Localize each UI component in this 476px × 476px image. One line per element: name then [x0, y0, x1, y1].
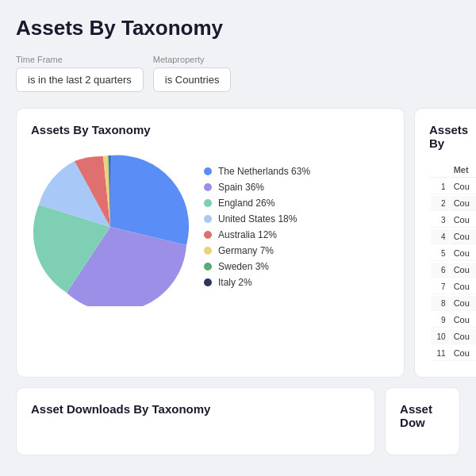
table-row: 5Cou: [431, 246, 476, 261]
row-number: 10: [431, 329, 449, 344]
row-value: Cou: [451, 263, 476, 278]
row-number: 8: [431, 296, 449, 311]
row-value: Cou: [451, 279, 476, 294]
chart-area: The Netherlands 63% Spain 36% England 26…: [31, 148, 390, 306]
table-row: 1Cou: [431, 179, 476, 194]
legend-dot-australia: [204, 231, 212, 239]
downloads-table-title: Asset Dow: [400, 402, 445, 429]
legend-item-germany: Germany 7%: [204, 245, 310, 256]
table-row: 7Cou: [431, 279, 476, 294]
legend-item-netherlands: The Netherlands 63%: [204, 166, 310, 177]
row-value: Cou: [451, 229, 476, 244]
chart-card-title: Assets By Taxonomy: [31, 123, 390, 136]
row-number: 2: [431, 196, 449, 211]
table-row: 11Cou: [431, 346, 476, 361]
filters-bar: Time Frame is in the last 2 quarters Met…: [16, 55, 460, 92]
row-number: 4: [431, 229, 449, 244]
legend-item-sweden: Sweden 3%: [204, 261, 310, 272]
legend-dot-spain: [204, 183, 212, 191]
row-number: 9: [431, 313, 449, 328]
bottom-cards: Asset Downloads By Taxonomy Asset Dow: [16, 387, 460, 455]
taxonomy-chart-card: Assets By Taxonomy: [16, 108, 405, 378]
table-row: 2Cou: [431, 196, 476, 211]
table-row: 4Cou: [431, 229, 476, 244]
row-value: Cou: [451, 179, 476, 194]
taxonomy-table-card: Assets By Met 1Cou2Cou3Cou4Cou5Cou6Cou7C…: [414, 108, 476, 378]
metaproperty-filter-group: Metaproperty is Countries: [153, 55, 232, 92]
legend-dot-sweden: [204, 263, 212, 271]
table-row: 10Cou: [431, 329, 476, 344]
legend-dot-germany: [204, 247, 212, 255]
table-row: 8Cou: [431, 296, 476, 311]
row-value: Cou: [451, 296, 476, 311]
legend-item-italy: Italy 2%: [204, 277, 310, 288]
row-number: 11: [431, 346, 449, 361]
main-content: Assets By Taxonomy: [16, 108, 460, 378]
table-col-met: Met: [451, 163, 476, 178]
row-value: Cou: [451, 329, 476, 344]
legend-item-england: England 26%: [204, 198, 310, 209]
row-value: Cou: [451, 346, 476, 361]
legend-item-spain: Spain 36%: [204, 182, 310, 193]
table-row: 3Cou: [431, 213, 476, 228]
row-value: Cou: [451, 246, 476, 261]
table-row: 9Cou: [431, 313, 476, 328]
legend-dot-italy: [204, 278, 212, 286]
row-value: Cou: [451, 313, 476, 328]
metaproperty-label: Metaproperty: [153, 55, 232, 64]
legend-item-australia: Australia 12%: [204, 229, 310, 240]
table-row: 6Cou: [431, 263, 476, 278]
metaproperty-chip[interactable]: is Countries: [153, 67, 232, 92]
chart-legend: The Netherlands 63% Spain 36% England 26…: [204, 166, 310, 288]
downloads-chart-title: Asset Downloads By Taxonomy: [31, 402, 360, 416]
downloads-table-card: Asset Dow: [385, 387, 460, 455]
legend-dot-netherlands: [204, 167, 212, 175]
legend-item-us: United States 18%: [204, 213, 310, 225]
downloads-chart-card: Asset Downloads By Taxonomy: [16, 387, 375, 455]
legend-dot-us: [204, 215, 212, 223]
row-number: 3: [431, 213, 449, 228]
timeframe-chip[interactable]: is in the last 2 quarters: [16, 67, 144, 92]
timeframe-label: Time Frame: [16, 55, 144, 64]
table-card-title: Assets By: [429, 123, 476, 150]
page-title: Assets By Taxonomy: [16, 16, 460, 40]
pie-chart: [31, 148, 190, 306]
row-value: Cou: [451, 196, 476, 211]
row-number: 1: [431, 179, 449, 194]
table-col-num: [431, 163, 449, 178]
taxonomy-table: Met 1Cou2Cou3Cou4Cou5Cou6Cou7Cou8Cou9Cou…: [429, 161, 476, 363]
row-number: 5: [431, 246, 449, 261]
row-number: 7: [431, 279, 449, 294]
legend-dot-england: [204, 199, 212, 207]
row-value: Cou: [451, 213, 476, 228]
timeframe-filter-group: Time Frame is in the last 2 quarters: [16, 55, 144, 92]
row-number: 6: [431, 263, 449, 278]
